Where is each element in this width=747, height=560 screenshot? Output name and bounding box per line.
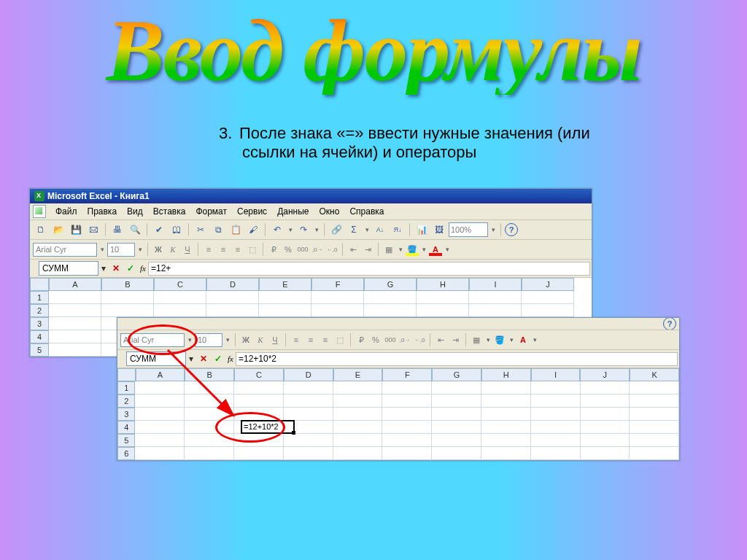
row-header[interactable]: 3 <box>30 317 49 330</box>
align-left-icon[interactable]: ≡ <box>202 243 215 256</box>
help-icon[interactable]: ? <box>663 318 676 330</box>
align-center-icon[interactable]: ≡ <box>217 243 230 256</box>
currency-icon[interactable]: ₽ <box>355 333 368 346</box>
font-name-box[interactable]: Arial Cyr <box>120 333 185 347</box>
col-header[interactable]: K <box>630 368 679 381</box>
italic-button[interactable]: К <box>166 243 179 256</box>
font-size-box[interactable]: 10 <box>107 243 135 257</box>
select-all-corner[interactable] <box>117 368 136 381</box>
dec-indent-icon[interactable]: ⇤ <box>434 333 447 346</box>
col-header[interactable]: J <box>580 368 630 381</box>
font-drop-icon[interactable]: ▾ <box>98 241 106 257</box>
fill-drop-icon[interactable]: ▾ <box>420 241 427 257</box>
fx-icon[interactable]: fx <box>228 354 233 363</box>
fill-color-icon[interactable]: 🪣 <box>493 333 506 346</box>
italic-button[interactable]: К <box>254 333 267 346</box>
col-header[interactable]: E <box>333 368 383 381</box>
merge-icon[interactable]: ⬚ <box>333 333 347 346</box>
row-header[interactable]: 2 <box>30 304 49 317</box>
col-header[interactable]: H <box>481 368 531 381</box>
formula-text[interactable]: =12+ <box>148 262 590 276</box>
col-header[interactable]: I <box>469 278 522 291</box>
enter-icon[interactable]: ✓ <box>212 352 225 365</box>
new-icon[interactable]: 🗋 <box>33 222 49 238</box>
zoom-box[interactable]: 100% <box>449 222 488 237</box>
col-header[interactable]: A <box>136 368 185 381</box>
sort-desc-icon[interactable]: Я↓ <box>390 222 406 238</box>
dec-indent-icon[interactable]: ⇤ <box>347 243 360 256</box>
col-header[interactable]: H <box>417 278 469 291</box>
col-header[interactable]: C <box>234 368 284 381</box>
inc-indent-icon[interactable]: ⇥ <box>449 333 462 346</box>
row-header[interactable]: 6 <box>117 447 135 460</box>
name-box[interactable]: СУММ <box>126 351 186 366</box>
print-icon[interactable]: 🖶 <box>109 222 125 238</box>
fill-color-icon[interactable]: 🪣 <box>406 243 419 256</box>
open-icon[interactable]: 📂 <box>50 222 66 238</box>
save-icon[interactable]: 💾 <box>68 222 84 238</box>
row-header[interactable]: 5 <box>30 343 49 357</box>
size-drop-icon[interactable]: ▾ <box>224 332 231 348</box>
col-header[interactable]: F <box>382 368 432 381</box>
row-header[interactable]: 1 <box>30 291 49 304</box>
font-name-box[interactable]: Arial Cyr <box>33 243 97 257</box>
menu-window[interactable]: Окно <box>314 205 344 218</box>
menu-help[interactable]: Справка <box>344 205 389 218</box>
research-icon[interactable]: 🕮 <box>169 222 185 238</box>
percent-icon[interactable]: % <box>282 243 295 256</box>
select-all-corner[interactable] <box>30 278 49 291</box>
active-cell-c4[interactable]: =12+10*2 <box>241 420 295 434</box>
dec-decimal-icon[interactable]: ←,0 <box>413 333 426 346</box>
undo-icon[interactable]: ↶ <box>269 222 285 238</box>
borders-icon[interactable]: ▦ <box>470 333 483 346</box>
fill-drop-icon[interactable]: ▾ <box>508 332 515 348</box>
align-left-icon[interactable]: ≡ <box>290 333 303 346</box>
permission-icon[interactable]: 🖂 <box>85 222 101 238</box>
cut-icon[interactable]: ✂ <box>193 222 209 238</box>
fx-icon[interactable]: fx <box>140 264 146 273</box>
autosum-icon[interactable]: Σ <box>346 222 362 238</box>
menu-data[interactable]: Данные <box>272 205 314 218</box>
inc-indent-icon[interactable]: ⇥ <box>361 243 374 256</box>
inc-decimal-icon[interactable]: ,0→ <box>398 333 411 346</box>
name-box[interactable]: СУММ <box>39 261 98 276</box>
borders-icon[interactable]: ▦ <box>382 243 395 256</box>
preview-icon[interactable]: 🔍 <box>127 222 143 238</box>
zoom-drop-icon[interactable]: ▾ <box>489 222 497 238</box>
bold-button[interactable]: Ж <box>152 243 165 256</box>
percent-icon[interactable]: % <box>369 333 382 346</box>
enter-icon[interactable]: ✓ <box>124 262 137 275</box>
redo-drop-icon[interactable]: ▾ <box>313 222 320 238</box>
dec-decimal-icon[interactable]: ←,0 <box>325 243 338 256</box>
autosum-drop-icon[interactable]: ▾ <box>363 222 371 238</box>
bold-button[interactable]: Ж <box>239 333 252 346</box>
redo-icon[interactable]: ↷ <box>295 222 311 238</box>
col-header[interactable]: B <box>101 278 154 291</box>
col-header[interactable]: G <box>432 368 481 381</box>
row-header[interactable]: 2 <box>117 394 135 408</box>
currency-icon[interactable]: ₽ <box>267 243 280 256</box>
name-box-arrow-icon[interactable]: ▾ <box>186 354 196 364</box>
copy-icon[interactable]: ⧉ <box>210 222 226 238</box>
font-size-box[interactable]: 10 <box>195 333 222 347</box>
merge-icon[interactable]: ⬚ <box>246 243 259 256</box>
col-header[interactable]: D <box>284 368 333 381</box>
grid-2[interactable]: A B C D E F G H I J K 1 2 3 4 5 6 =12+10… <box>117 368 679 460</box>
menu-tools[interactable]: Сервис <box>232 205 272 218</box>
drawing-icon[interactable]: 🖼 <box>431 222 447 238</box>
paste-icon[interactable]: 📋 <box>228 222 244 238</box>
menu-insert[interactable]: Вставка <box>148 205 191 218</box>
align-right-icon[interactable]: ≡ <box>231 243 244 256</box>
cancel-icon[interactable]: ✕ <box>109 262 123 275</box>
undo-drop-icon[interactable]: ▾ <box>287 222 294 238</box>
name-box-arrow-icon[interactable]: ▾ <box>98 263 109 273</box>
comma-icon[interactable]: 000 <box>384 333 397 346</box>
font-drop-icon[interactable]: ▾ <box>186 332 193 348</box>
align-center-icon[interactable]: ≡ <box>304 333 317 346</box>
help-icon[interactable]: ? <box>505 223 518 236</box>
chart-icon[interactable]: 📊 <box>414 222 430 238</box>
menu-view[interactable]: Вид <box>122 205 148 218</box>
col-header[interactable]: I <box>531 368 581 381</box>
col-header[interactable]: B <box>185 368 234 381</box>
row-header[interactable]: 4 <box>30 330 49 343</box>
